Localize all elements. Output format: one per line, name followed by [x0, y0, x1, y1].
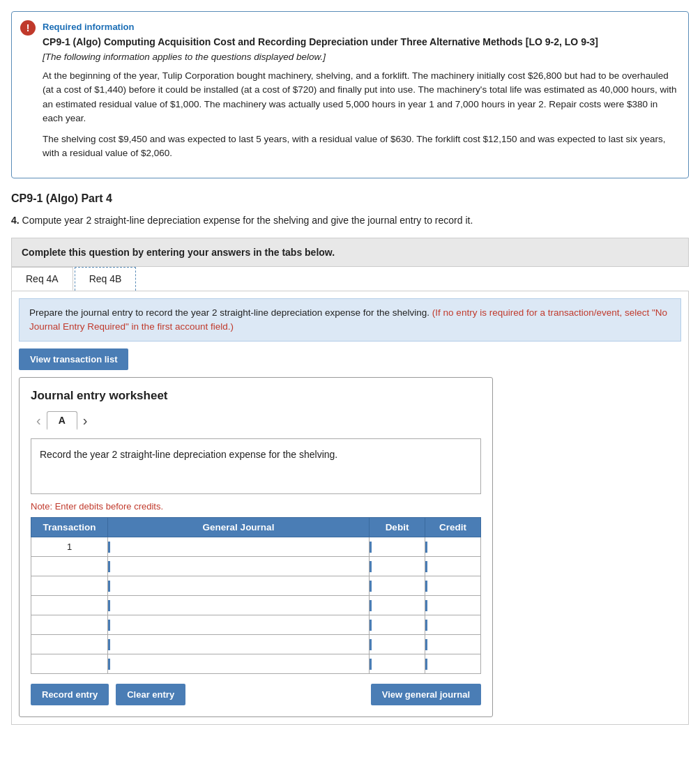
journal-table: Transaction General Journal Debit Credit… — [31, 517, 481, 674]
debit-cell-5[interactable] — [370, 615, 425, 635]
worksheet-title: Journal entry worksheet — [31, 389, 481, 403]
complete-box: Complete this question by entering your … — [11, 238, 689, 267]
credit-cell-3[interactable] — [425, 576, 481, 596]
row-num-4 — [31, 596, 108, 615]
journal-cell-6[interactable] — [108, 635, 370, 654]
tab-req4b[interactable]: Req 4B — [75, 267, 137, 291]
credit-cell-4[interactable] — [425, 596, 481, 615]
credit-cell-6[interactable] — [425, 635, 481, 654]
record-entry-button[interactable]: Record entry — [31, 684, 109, 705]
tab-a[interactable]: A — [47, 411, 77, 430]
debit-cell-7[interactable] — [370, 654, 425, 674]
credit-cell-7[interactable] — [425, 654, 481, 674]
table-row — [31, 615, 481, 635]
question-num: 4. — [11, 215, 20, 226]
journal-cell-2[interactable] — [108, 557, 370, 576]
table-row — [31, 596, 481, 615]
prev-tab-arrow[interactable]: ‹ — [31, 413, 47, 429]
table-row — [31, 654, 481, 674]
debit-cell-6[interactable] — [370, 635, 425, 654]
credit-input-6[interactable] — [425, 635, 480, 654]
part-heading: CP9-1 (Algo) Part 4 — [11, 192, 689, 205]
worksheet-container: Journal entry worksheet ‹ A › Record the… — [19, 377, 493, 717]
question-text: 4. Compute year 2 straight-line deprecia… — [11, 213, 689, 228]
debit-input-3[interactable] — [370, 576, 425, 595]
required-info-label: Required information — [43, 22, 677, 32]
alert-icon: ! — [20, 20, 36, 36]
credit-cell-5[interactable] — [425, 615, 481, 635]
debit-cell-2[interactable] — [370, 557, 425, 576]
debit-input-2[interactable] — [370, 557, 425, 576]
col-credit: Credit — [425, 518, 481, 537]
tab-req4a[interactable]: Req 4A — [11, 267, 73, 291]
journal-input-5[interactable] — [108, 615, 369, 634]
instruction-main: Prepare the journal entry to record the … — [29, 307, 429, 318]
row-num-6 — [31, 635, 108, 654]
info-para1: At the beginning of the year, Tulip Corp… — [43, 69, 677, 125]
row-num-1: 1 — [31, 537, 108, 557]
credit-cell-1[interactable] — [425, 537, 481, 557]
debit-cell-4[interactable] — [370, 596, 425, 615]
row-num-2 — [31, 557, 108, 576]
journal-input-3[interactable] — [108, 576, 369, 595]
info-para2: The shelving cost $9,450 and was expecte… — [43, 132, 677, 161]
tabs-container: Req 4A Req 4B — [11, 267, 689, 291]
view-transaction-wrapper: View transaction list — [19, 348, 681, 370]
next-tab-arrow[interactable]: › — [77, 413, 93, 429]
col-debit: Debit — [370, 518, 425, 537]
credit-input-3[interactable] — [425, 576, 480, 595]
req-content: Prepare the journal entry to record the … — [11, 291, 689, 726]
journal-input-4[interactable] — [108, 596, 369, 615]
credit-input-5[interactable] — [425, 615, 480, 634]
col-general-journal: General Journal — [108, 518, 370, 537]
credit-input-4[interactable] — [425, 596, 480, 615]
row-num-5 — [31, 615, 108, 635]
debit-cell-3[interactable] — [370, 576, 425, 596]
debit-input-4[interactable] — [370, 596, 425, 615]
journal-cell-3[interactable] — [108, 576, 370, 596]
question-body: Compute year 2 straight-line depreciatio… — [22, 215, 473, 226]
row-num-3 — [31, 576, 108, 596]
journal-cell-5[interactable] — [108, 615, 370, 635]
journal-cell-4[interactable] — [108, 596, 370, 615]
table-row — [31, 635, 481, 654]
debit-input-5[interactable] — [370, 615, 425, 634]
credit-input-2[interactable] — [425, 557, 480, 576]
instruction-bar: Prepare the journal entry to record the … — [19, 298, 681, 342]
table-row: 1 — [31, 537, 481, 557]
info-box: ! Required information CP9-1 (Algo) Comp… — [11, 11, 689, 178]
journal-cell-1[interactable] — [108, 537, 370, 557]
row-num-7 — [31, 654, 108, 674]
credit-input-7[interactable] — [425, 654, 480, 673]
journal-cell-7[interactable] — [108, 654, 370, 674]
table-row — [31, 557, 481, 576]
note-text: Note: Enter debits before credits. — [31, 501, 481, 512]
debit-input-7[interactable] — [370, 654, 425, 673]
journal-input-2[interactable] — [108, 557, 369, 576]
tab-nav: ‹ A › — [31, 411, 481, 430]
table-row — [31, 576, 481, 596]
debit-input-6[interactable] — [370, 635, 425, 654]
credit-input-1[interactable] — [425, 537, 480, 556]
description-box: Record the year 2 straight-line deprecia… — [31, 438, 481, 494]
col-transaction: Transaction — [31, 518, 108, 537]
journal-input-7[interactable] — [108, 654, 369, 673]
button-row: Record entry Clear entry View general jo… — [31, 684, 481, 705]
view-general-journal-button[interactable]: View general journal — [371, 684, 481, 705]
journal-input-1[interactable] — [108, 537, 369, 556]
debit-cell-1[interactable] — [370, 537, 425, 557]
credit-cell-2[interactable] — [425, 557, 481, 576]
debit-input-1[interactable] — [370, 537, 425, 556]
view-transaction-button[interactable]: View transaction list — [19, 348, 128, 370]
clear-entry-button[interactable]: Clear entry — [116, 684, 185, 705]
info-italic: [The following information applies to th… — [43, 52, 677, 62]
info-title: CP9-1 (Algo) Computing Acquisition Cost … — [43, 36, 677, 47]
journal-input-6[interactable] — [108, 635, 369, 654]
